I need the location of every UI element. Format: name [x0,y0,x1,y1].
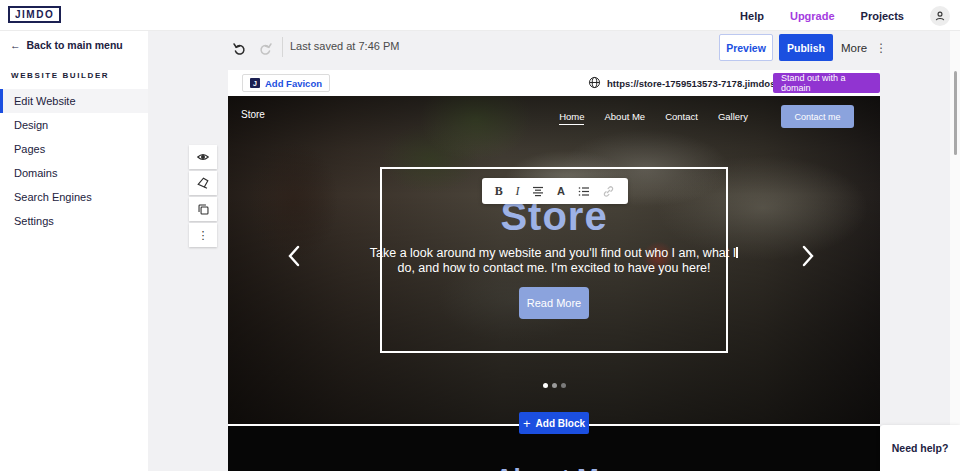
domain-bar: J Add Favicon https://store-1759513573-7… [228,70,880,96]
sidebar-section-label: WEBSITE BUILDER [11,71,109,80]
eye-icon [196,150,210,164]
carousel-dot-3[interactable] [561,383,566,388]
text-format-toolbar: B I A [482,178,628,204]
hero-section[interactable]: Store Home About Me Contact Gallery Cont… [228,96,880,425]
hide-block-button[interactable] [189,145,217,169]
align-center-button[interactable] [532,186,544,197]
carousel-dots [228,383,880,388]
carousel-prev-button[interactable] [286,244,302,268]
sidebar-item-search-engines[interactable]: Search Engines [0,185,148,209]
projects-link[interactable]: Projects [861,10,904,22]
back-to-main-menu[interactable]: ← Back to main menu [10,39,123,51]
next-section-heading: About Me [228,463,880,471]
copy-icon [197,203,210,216]
carousel-dot-1[interactable] [543,383,548,388]
upgrade-link[interactable]: Upgrade [790,10,835,22]
more-dots-icon: ⋮ [875,42,887,54]
text-caret [736,247,738,258]
site-nav-about[interactable]: About Me [604,111,645,125]
site-nav: Home About Me Contact Gallery [559,111,748,125]
italic-button[interactable]: I [515,184,519,199]
block-more-button[interactable]: ⋮ [189,223,217,247]
add-block-button[interactable]: + Add Block [519,412,589,434]
style-block-button[interactable] [189,171,217,195]
domain-cta-button[interactable]: Stand out with a domain [773,73,880,93]
sidebar: ← Back to main menu WEBSITE BUILDER Edit… [0,31,148,471]
site-preview: J Add Favicon https://store-1759513573-7… [228,70,880,471]
site-nav-contact[interactable]: Contact [665,111,698,125]
font-style-button[interactable]: A [557,185,565,197]
help-link[interactable]: Help [740,10,764,22]
toolbar-divider [282,37,283,57]
vertical-dots-icon: ⋮ [198,229,209,242]
block-toolbar: ⋮ [189,145,217,249]
site-nav-home[interactable]: Home [559,111,584,125]
sidebar-item-domains[interactable]: Domains [0,161,148,185]
sidebar-item-settings[interactable]: Settings [0,209,148,233]
jimdo-logo[interactable]: JIMDO [8,6,61,23]
preview-button[interactable]: Preview [719,34,773,61]
workspace: Last saved at 7:46 PM Preview Publish Mo… [148,31,960,471]
more-menu[interactable]: More ⋮ [841,34,887,61]
design-icon [196,176,210,190]
need-help-button[interactable]: Need help? [880,425,960,471]
back-arrow-icon: ← [10,39,21,51]
duplicate-block-button[interactable] [189,197,217,221]
sidebar-item-edit-website[interactable]: Edit Website [0,89,148,113]
favicon-icon: J [250,78,260,88]
scrollbar-thumb[interactable] [954,71,957,155]
globe-icon [588,76,601,89]
top-links: Help Upgrade Projects [740,0,950,31]
last-saved-status: Last saved at 7:46 PM [290,40,399,52]
site-nav-gallery[interactable]: Gallery [718,111,748,125]
redo-button[interactable] [254,37,276,59]
read-more-button[interactable]: Read More [519,287,589,319]
carousel-next-button[interactable] [800,244,816,268]
undo-button[interactable] [228,37,250,59]
site-logo[interactable]: Store [241,109,265,120]
site-contact-button[interactable]: Contact me [781,105,854,128]
add-favicon-button[interactable]: J Add Favicon [242,74,330,92]
carousel-dot-2[interactable] [552,383,557,388]
publish-button[interactable]: Publish [779,34,833,61]
sidebar-nav: Edit Website Design Pages Domains Search… [0,89,148,233]
list-button[interactable] [578,186,590,197]
sidebar-item-design[interactable]: Design [0,113,148,137]
account-avatar[interactable] [930,6,950,26]
bold-button[interactable]: B [495,184,503,199]
top-bar: JIMDO Help Upgrade Projects [0,0,960,31]
hero-paragraph[interactable]: Take a look around my website and you'll… [228,246,880,275]
link-button[interactable] [602,185,615,198]
plus-icon: + [523,417,531,430]
sidebar-item-pages[interactable]: Pages [0,137,148,161]
user-icon [934,10,946,22]
